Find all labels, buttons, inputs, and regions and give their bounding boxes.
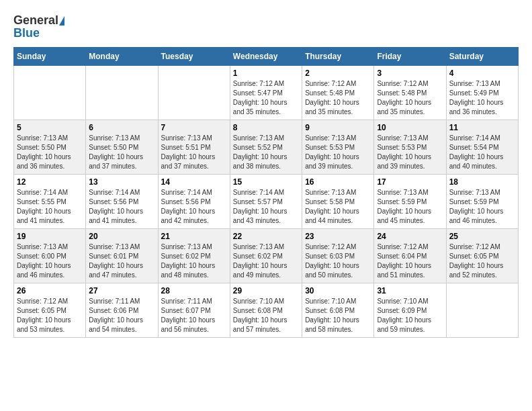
weekday-header-sunday: Sunday bbox=[14, 48, 86, 66]
day-number: 1 bbox=[233, 68, 299, 78]
logo-general-text: General bbox=[13, 13, 58, 28]
day-info: Sunrise: 7:13 AM Sunset: 5:52 PM Dayligh… bbox=[233, 134, 299, 171]
calendar-cell: 21Sunrise: 7:13 AM Sunset: 6:02 PM Dayli… bbox=[158, 229, 230, 283]
calendar-cell: 4Sunrise: 7:13 AM Sunset: 5:49 PM Daylig… bbox=[446, 66, 518, 120]
day-info: Sunrise: 7:13 AM Sunset: 5:59 PM Dayligh… bbox=[449, 188, 515, 226]
day-info: Sunrise: 7:13 AM Sunset: 5:51 PM Dayligh… bbox=[161, 134, 227, 171]
day-info: Sunrise: 7:12 AM Sunset: 5:48 PM Dayligh… bbox=[305, 79, 371, 117]
calendar-cell: 22Sunrise: 7:13 AM Sunset: 6:02 PM Dayli… bbox=[230, 229, 302, 283]
day-number: 24 bbox=[377, 232, 443, 241]
week-row-1: 1Sunrise: 7:12 AM Sunset: 5:47 PM Daylig… bbox=[14, 66, 519, 120]
day-number: 3 bbox=[377, 68, 443, 78]
day-number: 18 bbox=[449, 177, 515, 187]
calendar-cell: 30Sunrise: 7:10 AM Sunset: 6:08 PM Dayli… bbox=[302, 283, 374, 338]
calendar-cell bbox=[86, 66, 158, 120]
day-number: 27 bbox=[89, 286, 154, 295]
day-info: Sunrise: 7:14 AM Sunset: 5:55 PM Dayligh… bbox=[17, 188, 83, 226]
day-number: 20 bbox=[89, 232, 154, 241]
day-number: 12 bbox=[17, 177, 83, 187]
week-row-5: 26Sunrise: 7:12 AM Sunset: 6:05 PM Dayli… bbox=[14, 283, 519, 338]
day-info: Sunrise: 7:10 AM Sunset: 6:09 PM Dayligh… bbox=[377, 297, 443, 334]
weekday-header-wednesday: Wednesday bbox=[230, 48, 302, 66]
day-info: Sunrise: 7:10 AM Sunset: 6:08 PM Dayligh… bbox=[233, 297, 299, 334]
day-number: 8 bbox=[233, 123, 299, 132]
day-number: 14 bbox=[161, 177, 227, 187]
calendar-cell: 23Sunrise: 7:12 AM Sunset: 6:03 PM Dayli… bbox=[302, 229, 374, 283]
calendar-cell: 7Sunrise: 7:13 AM Sunset: 5:51 PM Daylig… bbox=[158, 120, 230, 175]
day-info: Sunrise: 7:12 AM Sunset: 6:05 PM Dayligh… bbox=[449, 242, 515, 280]
day-number: 21 bbox=[161, 232, 227, 241]
calendar-cell: 31Sunrise: 7:10 AM Sunset: 6:09 PM Dayli… bbox=[374, 283, 446, 338]
day-number: 31 bbox=[377, 286, 443, 295]
weekday-header-friday: Friday bbox=[374, 48, 446, 66]
logo: General Blue bbox=[13, 13, 64, 40]
logo-triangle-icon bbox=[59, 16, 64, 26]
day-info: Sunrise: 7:14 AM Sunset: 5:57 PM Dayligh… bbox=[233, 188, 299, 226]
calendar-cell: 27Sunrise: 7:11 AM Sunset: 6:06 PM Dayli… bbox=[86, 283, 158, 338]
calendar-cell: 1Sunrise: 7:12 AM Sunset: 5:47 PM Daylig… bbox=[230, 66, 302, 120]
day-number: 2 bbox=[305, 68, 371, 78]
calendar-cell bbox=[158, 66, 230, 120]
day-number: 23 bbox=[305, 232, 371, 241]
day-info: Sunrise: 7:13 AM Sunset: 5:53 PM Dayligh… bbox=[377, 134, 443, 171]
day-info: Sunrise: 7:13 AM Sunset: 5:49 PM Dayligh… bbox=[449, 79, 515, 117]
day-number: 5 bbox=[17, 123, 83, 132]
weekday-header-saturday: Saturday bbox=[446, 48, 518, 66]
calendar-cell: 19Sunrise: 7:13 AM Sunset: 6:00 PM Dayli… bbox=[14, 229, 86, 283]
day-number: 22 bbox=[233, 232, 299, 241]
day-info: Sunrise: 7:12 AM Sunset: 6:05 PM Dayligh… bbox=[17, 297, 83, 334]
calendar-cell: 6Sunrise: 7:13 AM Sunset: 5:50 PM Daylig… bbox=[86, 120, 158, 175]
day-info: Sunrise: 7:12 AM Sunset: 6:03 PM Dayligh… bbox=[305, 242, 371, 280]
day-number: 10 bbox=[377, 123, 443, 132]
weekday-header-tuesday: Tuesday bbox=[158, 48, 230, 66]
weekday-header-monday: Monday bbox=[86, 48, 158, 66]
day-number: 6 bbox=[89, 123, 154, 132]
calendar-cell: 12Sunrise: 7:14 AM Sunset: 5:55 PM Dayli… bbox=[14, 175, 86, 229]
day-info: Sunrise: 7:13 AM Sunset: 6:00 PM Dayligh… bbox=[17, 242, 83, 280]
day-info: Sunrise: 7:12 AM Sunset: 5:48 PM Dayligh… bbox=[377, 79, 443, 117]
week-row-4: 19Sunrise: 7:13 AM Sunset: 6:00 PM Dayli… bbox=[14, 229, 519, 283]
calendar-cell: 29Sunrise: 7:10 AM Sunset: 6:08 PM Dayli… bbox=[230, 283, 302, 338]
calendar-cell: 24Sunrise: 7:12 AM Sunset: 6:04 PM Dayli… bbox=[374, 229, 446, 283]
calendar-cell: 11Sunrise: 7:14 AM Sunset: 5:54 PM Dayli… bbox=[446, 120, 518, 175]
day-number: 4 bbox=[449, 68, 515, 78]
calendar-cell: 8Sunrise: 7:13 AM Sunset: 5:52 PM Daylig… bbox=[230, 120, 302, 175]
calendar-cell bbox=[14, 66, 86, 120]
day-number: 29 bbox=[233, 286, 299, 295]
day-number: 17 bbox=[377, 177, 443, 187]
calendar-cell: 5Sunrise: 7:13 AM Sunset: 5:50 PM Daylig… bbox=[14, 120, 86, 175]
calendar-cell: 25Sunrise: 7:12 AM Sunset: 6:05 PM Dayli… bbox=[446, 229, 518, 283]
day-info: Sunrise: 7:14 AM Sunset: 5:54 PM Dayligh… bbox=[449, 134, 515, 171]
day-info: Sunrise: 7:13 AM Sunset: 5:58 PM Dayligh… bbox=[305, 188, 371, 226]
day-info: Sunrise: 7:13 AM Sunset: 6:02 PM Dayligh… bbox=[161, 242, 227, 280]
weekday-header-thursday: Thursday bbox=[302, 48, 374, 66]
day-info: Sunrise: 7:12 AM Sunset: 6:04 PM Dayligh… bbox=[377, 242, 443, 280]
day-info: Sunrise: 7:11 AM Sunset: 6:06 PM Dayligh… bbox=[89, 297, 154, 334]
day-number: 16 bbox=[305, 177, 371, 187]
day-info: Sunrise: 7:13 AM Sunset: 5:50 PM Dayligh… bbox=[17, 134, 83, 171]
day-info: Sunrise: 7:13 AM Sunset: 5:53 PM Dayligh… bbox=[305, 134, 371, 171]
day-number: 28 bbox=[161, 286, 227, 295]
weekday-header-row: SundayMondayTuesdayWednesdayThursdayFrid… bbox=[14, 48, 519, 66]
day-info: Sunrise: 7:14 AM Sunset: 5:56 PM Dayligh… bbox=[89, 188, 154, 226]
calendar-cell: 16Sunrise: 7:13 AM Sunset: 5:58 PM Dayli… bbox=[302, 175, 374, 229]
day-info: Sunrise: 7:10 AM Sunset: 6:08 PM Dayligh… bbox=[305, 297, 371, 334]
day-number: 13 bbox=[89, 177, 154, 187]
calendar-cell bbox=[446, 283, 518, 338]
calendar-cell: 3Sunrise: 7:12 AM Sunset: 5:48 PM Daylig… bbox=[374, 66, 446, 120]
page-header: General Blue bbox=[13, 13, 519, 40]
day-info: Sunrise: 7:11 AM Sunset: 6:07 PM Dayligh… bbox=[161, 297, 227, 334]
calendar-cell: 26Sunrise: 7:12 AM Sunset: 6:05 PM Dayli… bbox=[14, 283, 86, 338]
calendar-cell: 2Sunrise: 7:12 AM Sunset: 5:48 PM Daylig… bbox=[302, 66, 374, 120]
calendar-table: SundayMondayTuesdayWednesdayThursdayFrid… bbox=[13, 47, 519, 338]
day-number: 7 bbox=[161, 123, 227, 132]
calendar-cell: 13Sunrise: 7:14 AM Sunset: 5:56 PM Dayli… bbox=[86, 175, 158, 229]
day-info: Sunrise: 7:13 AM Sunset: 6:02 PM Dayligh… bbox=[233, 242, 299, 280]
calendar-cell: 28Sunrise: 7:11 AM Sunset: 6:07 PM Dayli… bbox=[158, 283, 230, 338]
calendar-cell: 10Sunrise: 7:13 AM Sunset: 5:53 PM Dayli… bbox=[374, 120, 446, 175]
week-row-3: 12Sunrise: 7:14 AM Sunset: 5:55 PM Dayli… bbox=[14, 175, 519, 229]
day-info: Sunrise: 7:12 AM Sunset: 5:47 PM Dayligh… bbox=[233, 79, 299, 117]
day-number: 19 bbox=[17, 232, 83, 241]
calendar-cell: 9Sunrise: 7:13 AM Sunset: 5:53 PM Daylig… bbox=[302, 120, 374, 175]
day-info: Sunrise: 7:14 AM Sunset: 5:56 PM Dayligh… bbox=[161, 188, 227, 226]
